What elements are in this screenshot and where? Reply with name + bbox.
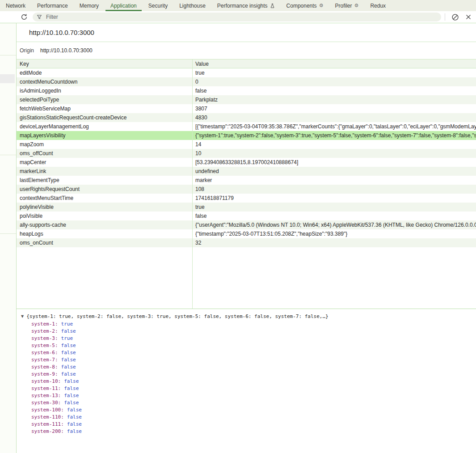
tab[interactable]: Performance ⚙ (31, 0, 74, 11)
row-key: deviceLayerManagementLog (17, 122, 192, 131)
expand-triangle-icon[interactable]: ▼ (21, 314, 24, 318)
row-key: selectedPoiType (17, 95, 192, 104)
preview-entry-value: false (64, 385, 79, 391)
tab[interactable]: Memory ⚙ (74, 0, 105, 11)
table-row[interactable]: selectedPoiType Parkplatz (17, 95, 476, 104)
preview-entry-value: false (64, 378, 79, 384)
sidebar-selected-item[interactable] (0, 74, 15, 83)
delete-selected-button[interactable] (464, 13, 472, 21)
table-row[interactable]: gisStationsStaticRequestCount-createDevi… (17, 113, 476, 122)
preview-entry-key: system-1: (31, 321, 58, 327)
table-row[interactable]: oms_offCount 10 (17, 149, 476, 158)
table-row[interactable]: editMode true (17, 68, 476, 77)
funnel-icon (37, 14, 42, 20)
row-value: 0 (192, 77, 476, 86)
table-row[interactable]: mapLayersVisibility {"system-1":true,"sy… (17, 131, 476, 140)
preview-entry-value: false (64, 400, 79, 406)
preview-entry: system-111:false (31, 421, 476, 428)
preview-entry-value: false (67, 428, 82, 434)
preview-entry-key: system-2: (31, 328, 58, 334)
tab[interactable]: Application ⚙ (105, 0, 143, 11)
filter-input[interactable] (45, 13, 437, 21)
row-value: 4830 (192, 113, 476, 122)
row-value: undefined (192, 167, 476, 176)
row-value: marker (192, 176, 476, 185)
tab[interactable]: Components ⚙ (281, 0, 329, 11)
table-row[interactable]: fetchWebServiceMap 3807 (17, 104, 476, 113)
preview-entry-key: system-10: (31, 378, 61, 384)
row-value: Parkplatz (192, 95, 476, 104)
preview-entry-value: false (61, 371, 76, 377)
table-row[interactable]: isAdminLoggedIn false (17, 86, 476, 95)
tab-label: Application (110, 3, 137, 9)
table-row[interactable]: polylineVisible true (17, 203, 476, 212)
preview-expander-row[interactable]: ▼ {system-1: true, system-2: false, syst… (21, 313, 476, 319)
tab[interactable]: Security ⚙ (143, 0, 173, 11)
tab[interactable]: Performance insights ⚙ (211, 0, 281, 11)
table-row[interactable]: lastElementType marker (17, 176, 476, 185)
table-row[interactable]: mapCenter [53.23940863328815,8.197002410… (17, 158, 476, 167)
row-key: heapLogs (17, 229, 192, 238)
table-row[interactable]: contextMenuStartTime 1741618871179 (17, 194, 476, 203)
storage-title-header: http://10.10.0.70:3000 (17, 23, 476, 42)
preview-entry: system-2:false (31, 328, 476, 335)
preview-entry: system-200:false (31, 428, 476, 435)
tab[interactable]: Redux ⚙ (364, 0, 392, 11)
row-value: 32 (192, 238, 476, 247)
table-row[interactable]: poiVisible false (17, 212, 476, 220)
sidebar-divider (0, 155, 16, 155)
preview-entry-key: system-100: (31, 407, 64, 413)
tab[interactable]: Network ⚙ (0, 0, 31, 11)
table-row[interactable]: markerLink undefined (17, 167, 476, 176)
sidebar-divider (0, 55, 16, 55)
preview-entry-value: false (61, 357, 76, 363)
preview-entry: system-3:true (31, 335, 476, 342)
table-row[interactable]: heapLogs {"timestamp":"2025-03-07T13:51:… (17, 229, 476, 238)
refresh-button[interactable] (20, 13, 28, 21)
preview-entry-key: system-7: (31, 357, 58, 363)
row-value: [{"timestamp":"2025-03-04T09:35:38.786Z"… (192, 122, 476, 131)
storage-title: http://10.10.0.70:3000 (29, 29, 94, 36)
table-row[interactable]: userRightsRequestCount 108 (17, 185, 476, 194)
tab-label: Security (148, 3, 168, 9)
preview-entry: system-8:false (31, 364, 476, 371)
preview-entry: system-30:false (31, 399, 476, 406)
row-value: 1741618871179 (192, 194, 476, 203)
preview-entry-value: false (61, 343, 76, 348)
row-key: ally-supports-cache (17, 220, 192, 229)
column-header-key[interactable]: Key (17, 59, 192, 68)
preview-entry: system-100:false (31, 406, 476, 414)
preview-entry: system-110:false (31, 414, 476, 421)
column-header-value[interactable]: Value (192, 59, 476, 68)
row-value: false (192, 86, 476, 95)
row-value: true (192, 68, 476, 77)
table-row[interactable]: contextMenuCountdown 0 (17, 77, 476, 86)
row-value: false (192, 212, 476, 220)
preview-entry-key: system-5: (31, 343, 58, 348)
row-value: 108 (192, 185, 476, 194)
row-value: 10 (192, 149, 476, 158)
row-value: {"userAgent":"Mozilla/5.0 (Windows NT 10… (192, 220, 476, 229)
filter-box (33, 13, 441, 21)
table-row[interactable]: deviceLayerManagementLog [{"timestamp":"… (17, 122, 476, 131)
row-key: contextMenuStartTime (17, 194, 192, 203)
preview-entry-key: system-111: (31, 421, 64, 427)
tab[interactable]: Profiler ⚙ (329, 0, 365, 11)
delete-all-button[interactable] (451, 13, 459, 21)
table-row[interactable]: ally-supports-cache {"userAgent":"Mozill… (17, 220, 476, 229)
preview-entry: system-13:false (31, 392, 476, 399)
preview-entry-value: true (61, 335, 73, 341)
preview-entry-key: system-13: (31, 393, 61, 398)
row-key: userRightsRequestCount (17, 185, 192, 194)
column-divider[interactable] (192, 59, 193, 309)
table-row[interactable]: mapZoom 14 (17, 140, 476, 149)
storage-toolbar (0, 11, 476, 23)
tab-label: Redux (370, 3, 386, 9)
preview-entry-value: false (61, 364, 76, 370)
table-row[interactable]: oms_onCount 32 (17, 238, 476, 247)
preview-entry-value: false (67, 407, 82, 413)
preview-entry-key: system-3: (31, 335, 58, 341)
tab[interactable]: Lighthouse ⚙ (173, 0, 211, 11)
row-value: [53.23940863328815,8.197002410888674] (192, 158, 476, 167)
sidebar-divider (0, 233, 16, 234)
